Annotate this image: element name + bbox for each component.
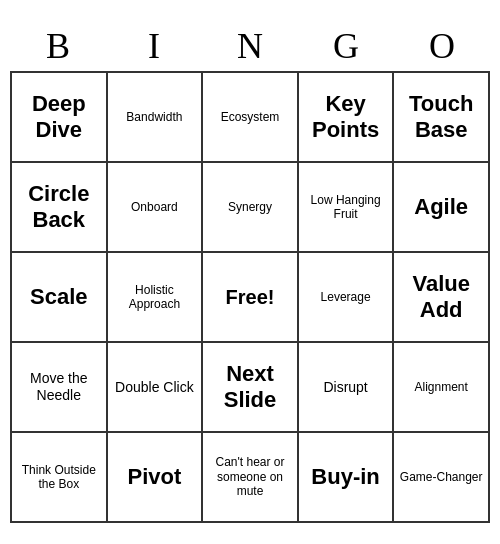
bingo-header: BINGO: [10, 21, 490, 71]
cell-r3-c3: Disrupt: [299, 343, 395, 433]
cell-text: Think Outside the Box: [16, 463, 102, 492]
bingo-grid: Deep DiveBandwidthEcosystemKey PointsTou…: [10, 71, 490, 523]
bingo-letter: G: [302, 25, 390, 67]
cell-r1-c1: Onboard: [108, 163, 204, 253]
cell-r2-c4: Value Add: [394, 253, 490, 343]
cell-text: Holistic Approach: [112, 283, 198, 312]
bingo-card: BINGO Deep DiveBandwidthEcosystemKey Poi…: [10, 21, 490, 523]
cell-r2-c3: Leverage: [299, 253, 395, 343]
cell-text: Ecosystem: [221, 110, 280, 124]
cell-r4-c2: Can't hear or someone on mute: [203, 433, 299, 523]
cell-r2-c0: Scale: [12, 253, 108, 343]
cell-text: Synergy: [228, 200, 272, 214]
cell-text: Disrupt: [323, 379, 367, 396]
cell-r0-c3: Key Points: [299, 73, 395, 163]
cell-r1-c2: Synergy: [203, 163, 299, 253]
cell-text: Circle Back: [16, 181, 102, 234]
cell-r2-c2: Free!: [203, 253, 299, 343]
cell-r1-c0: Circle Back: [12, 163, 108, 253]
cell-text: Alignment: [415, 380, 468, 394]
cell-text: Low Hanging Fruit: [303, 193, 389, 222]
cell-r3-c2: Next Slide: [203, 343, 299, 433]
cell-text: Game-Changer: [400, 470, 483, 484]
bingo-letter: O: [398, 25, 486, 67]
cell-r3-c0: Move the Needle: [12, 343, 108, 433]
cell-r4-c0: Think Outside the Box: [12, 433, 108, 523]
cell-r0-c1: Bandwidth: [108, 73, 204, 163]
cell-text: Double Click: [115, 379, 194, 396]
cell-text: Onboard: [131, 200, 178, 214]
bingo-letter: I: [110, 25, 198, 67]
cell-text: Deep Dive: [16, 91, 102, 144]
cell-text: Can't hear or someone on mute: [207, 455, 293, 498]
bingo-letter: N: [206, 25, 294, 67]
cell-r4-c4: Game-Changer: [394, 433, 490, 523]
cell-r4-c1: Pivot: [108, 433, 204, 523]
cell-r0-c2: Ecosystem: [203, 73, 299, 163]
cell-text: Scale: [30, 284, 88, 310]
cell-r0-c4: Touch Base: [394, 73, 490, 163]
cell-text: Value Add: [398, 271, 484, 324]
cell-text: Buy-in: [311, 464, 379, 490]
cell-text: Move the Needle: [16, 370, 102, 404]
cell-text: Next Slide: [207, 361, 293, 414]
cell-r3-c1: Double Click: [108, 343, 204, 433]
cell-text: Agile: [414, 194, 468, 220]
bingo-letter: B: [14, 25, 102, 67]
cell-text: Pivot: [127, 464, 181, 490]
cell-r1-c3: Low Hanging Fruit: [299, 163, 395, 253]
cell-r4-c3: Buy-in: [299, 433, 395, 523]
cell-r3-c4: Alignment: [394, 343, 490, 433]
cell-r1-c4: Agile: [394, 163, 490, 253]
cell-text: Leverage: [321, 290, 371, 304]
cell-text: Free!: [226, 285, 275, 309]
cell-text: Key Points: [303, 91, 389, 144]
cell-r2-c1: Holistic Approach: [108, 253, 204, 343]
cell-text: Touch Base: [398, 91, 484, 144]
cell-r0-c0: Deep Dive: [12, 73, 108, 163]
cell-text: Bandwidth: [126, 110, 182, 124]
